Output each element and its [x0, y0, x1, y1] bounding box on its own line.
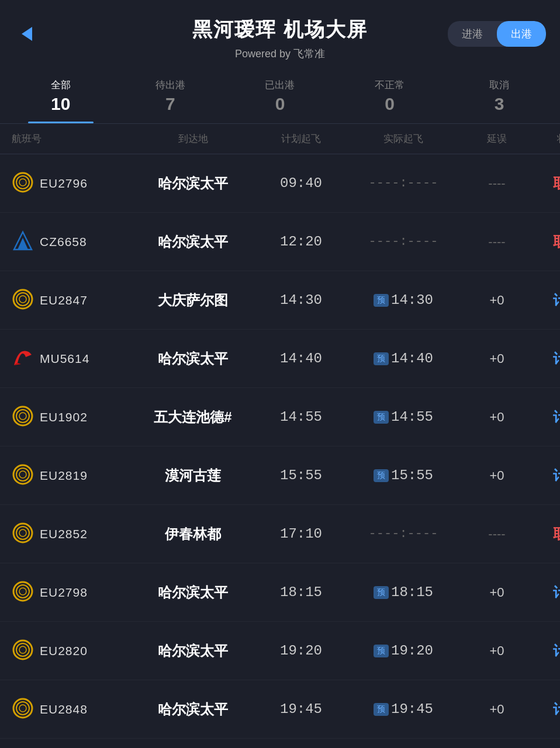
column-headers: 航班号到达地计划起飞实际起飞延误状态 [0, 124, 560, 154]
actual-time: ----:---- [345, 527, 462, 541]
flight-row[interactable]: EU2820 哈尔滨太平19:20预19:20+0计划 [0, 622, 560, 680]
airline-logo-eu [12, 288, 34, 313]
col-header-4: 延误 [462, 132, 532, 146]
airline-logo-mu [12, 347, 34, 371]
actual-time: 预19:20 [345, 643, 462, 659]
status-badge: 计划 [532, 291, 560, 310]
flight-number: EU1902 [40, 410, 88, 424]
direction-toggle: 进港 出港 [448, 21, 546, 47]
airline-logo-eu [12, 639, 34, 663]
scheduled-time: 14:40 [257, 351, 345, 366]
svg-point-21 [16, 643, 29, 656]
flight-number: CZ6658 [40, 235, 87, 249]
airline-logo-cz [12, 230, 34, 254]
status-badge: 计划 [532, 583, 560, 602]
status-badge: 取消 [532, 525, 560, 543]
airline-logo-eu [12, 697, 34, 722]
back-button[interactable] [14, 21, 40, 47]
flight-number: EU2820 [40, 644, 88, 658]
status-badge: 计划 [532, 349, 560, 368]
flight-row[interactable]: EU2796 哈尔滨太平09:40----:--------取消 [0, 154, 560, 213]
tab-3[interactable]: 不正常0 [335, 70, 445, 123]
svg-point-2 [19, 179, 26, 186]
flight-number: EU2847 [40, 293, 88, 307]
actual-time: ----:---- [345, 176, 462, 191]
flight-number-cell: EU2848 [12, 697, 129, 722]
destination: 哈尔滨太平 [129, 642, 257, 660]
destination: 哈尔滨太平 [129, 700, 257, 719]
scheduled-time: 19:20 [257, 643, 345, 659]
airline-logo-eu [12, 171, 34, 196]
destination: 哈尔滨太平 [129, 233, 257, 251]
destination: 哈尔滨太平 [129, 349, 257, 368]
status-badge: 计划 [532, 466, 560, 485]
delay: +0 [462, 702, 532, 717]
tab-0[interactable]: 全部10 [6, 70, 116, 123]
page-subtitle: Powered by 飞常准 [12, 47, 548, 61]
flight-row[interactable]: MU5614 哈尔滨太平14:40预14:40+0计划 [0, 330, 560, 388]
scheduled-time: 17:10 [257, 526, 345, 542]
col-header-1: 到达地 [129, 132, 257, 146]
scheduled-time: 18:15 [257, 584, 345, 600]
airline-logo-eu [12, 580, 34, 605]
actual-time: 预14:55 [345, 409, 462, 425]
scheduled-time: 09:40 [257, 175, 345, 191]
airline-logo-eu [12, 463, 34, 488]
flight-number-cell: MU5614 [12, 347, 129, 371]
delay: ---- [462, 234, 532, 250]
pre-badge: 预 [374, 469, 389, 482]
back-icon [22, 27, 32, 41]
flight-number-cell: EU2852 [12, 522, 129, 546]
flights-list: EU2796 哈尔滨太平09:40----:--------取消 CZ6658 … [0, 154, 560, 739]
svg-point-6 [16, 293, 29, 306]
scheduled-time: 12:20 [257, 234, 345, 250]
actual-time: 预19:45 [345, 701, 462, 717]
airline-logo-eu [12, 522, 34, 546]
flight-row[interactable]: EU2848 哈尔滨太平19:45预19:45+0计划 [0, 680, 560, 739]
delay: +0 [462, 643, 532, 659]
svg-point-22 [19, 646, 26, 653]
status-tabs: 全部10待出港7已出港0不正常0取消3 [0, 70, 560, 124]
svg-point-10 [19, 413, 26, 420]
flight-row[interactable]: EU2852 伊春林都17:10----:--------取消 [0, 505, 560, 563]
tab-2[interactable]: 已出港0 [225, 70, 335, 123]
flight-row[interactable]: EU2819 漠河古莲15:55预15:55+0计划 [0, 446, 560, 505]
flight-number-cell: EU2819 [12, 463, 129, 488]
tab-4[interactable]: 取消3 [444, 70, 554, 123]
svg-point-12 [16, 468, 29, 481]
delay: ---- [462, 176, 532, 191]
flight-row[interactable]: EU2798 哈尔滨太平18:15预18:15+0计划 [0, 563, 560, 622]
scheduled-time: 19:45 [257, 701, 345, 717]
flight-row[interactable]: EU1902 五大连池德#14:55预14:55+0计划 [0, 388, 560, 446]
flight-number: EU2819 [40, 469, 88, 483]
outbound-toggle[interactable]: 出港 [497, 21, 546, 47]
actual-time-dash: ----:---- [369, 234, 438, 249]
col-header-2: 计划起飞 [257, 132, 345, 146]
status-badge: 取消 [532, 174, 560, 193]
pre-badge: 预 [374, 352, 389, 365]
svg-point-13 [19, 471, 26, 478]
pre-badge: 预 [374, 703, 389, 716]
flight-number-cell: EU2796 [12, 171, 129, 196]
actual-time-value: 18:15 [391, 584, 433, 600]
actual-time-value: 19:20 [391, 643, 433, 659]
inbound-toggle[interactable]: 进港 [448, 21, 497, 47]
col-header-5: 状态 [532, 132, 560, 146]
flight-row[interactable]: CZ6658 哈尔滨太平12:20----:--------取消 [0, 213, 560, 271]
header: 黑河瑷珲 机场大屏 Powered by 飞常准 进港 出港 [0, 0, 560, 70]
airline-logo-eu [12, 405, 34, 430]
flight-number-cell: EU1902 [12, 405, 129, 430]
svg-point-16 [19, 529, 26, 536]
flight-number: MU5614 [40, 352, 89, 366]
svg-point-1 [16, 176, 29, 189]
tab-1[interactable]: 待出港7 [116, 70, 226, 123]
col-header-0: 航班号 [12, 132, 129, 146]
flight-row[interactable]: EU2847 大庆萨尔图14:30预14:30+0计划 [0, 271, 560, 330]
delay: ---- [462, 527, 532, 542]
flight-number-cell: EU2820 [12, 639, 129, 663]
delay: +0 [462, 468, 532, 483]
delay: +0 [462, 585, 532, 600]
status-badge: 计划 [532, 408, 560, 427]
actual-time-value: 19:45 [391, 701, 433, 717]
svg-point-15 [16, 527, 29, 539]
